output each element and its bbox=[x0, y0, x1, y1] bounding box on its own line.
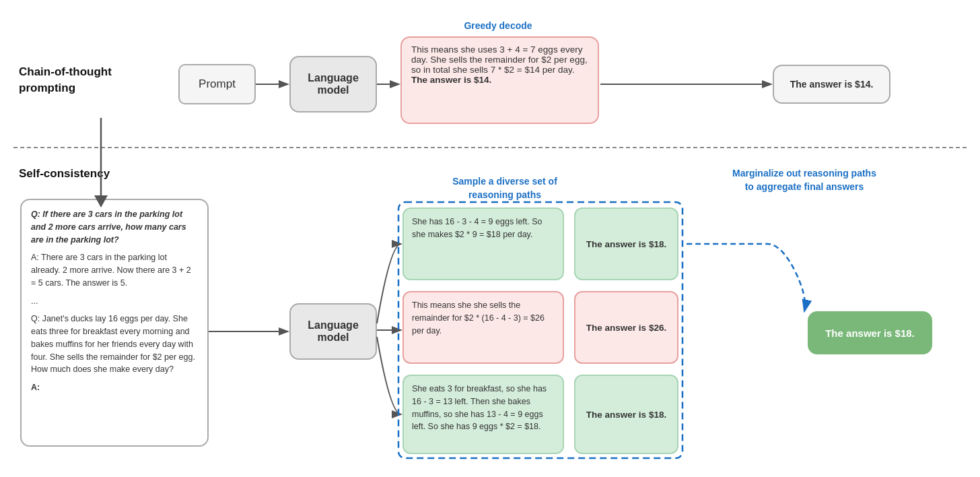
answer3-text: The answer is $18. bbox=[586, 410, 666, 420]
greedy-box: This means she uses 3 + 4 = 7 eggs every… bbox=[400, 36, 599, 124]
reasoning3-text: She eats 3 for breakfast, so she has 16 … bbox=[412, 384, 547, 431]
language-model-2: Language model bbox=[289, 303, 377, 360]
q2-text: Q: Janet's ducks lay 16 eggs per day. Sh… bbox=[31, 313, 198, 376]
answer-box-3: The answer is $18. bbox=[574, 375, 678, 454]
a2-text: A: bbox=[31, 381, 198, 394]
reasoning1-text: She has 16 - 3 - 4 = 9 eggs left. So she… bbox=[412, 217, 542, 239]
greedy-decode-title: Greedy decode bbox=[417, 20, 579, 31]
sample-label: Sample a diverse set of reasoning paths bbox=[431, 175, 579, 201]
reasoning-box-3: She eats 3 for breakfast, so she has 16 … bbox=[403, 375, 564, 454]
greedy-text: This means she uses 3 + 4 = 7 eggs every… bbox=[411, 44, 588, 75]
final-answer-text: The answer is $18. bbox=[825, 327, 915, 339]
final-answer-box: The answer is $18. bbox=[808, 311, 932, 354]
q1-text: Q: If there are 3 cars in the parking lo… bbox=[31, 210, 186, 245]
dots-text: ... bbox=[31, 295, 198, 308]
reasoning-box-1: She has 16 - 3 - 4 = 9 eggs left. So she… bbox=[403, 208, 564, 280]
language-model-1: Language model bbox=[289, 56, 377, 113]
a1-text: A: There are 3 cars in the parking lot a… bbox=[31, 251, 198, 289]
section2-label: Self-consistency bbox=[19, 167, 140, 181]
answer1-text: The answer is $18. bbox=[586, 239, 666, 249]
lang-model-2-label: Language model bbox=[308, 319, 359, 344]
section1-label: Chain-of-thought prompting bbox=[19, 64, 147, 96]
answer2-text: The answer is $26. bbox=[586, 323, 666, 333]
divider bbox=[13, 147, 967, 148]
prompt-label: Prompt bbox=[199, 77, 236, 91]
greedy-bold: The answer is $14. bbox=[411, 75, 491, 85]
reasoning2-text: This means she she sells the remainder f… bbox=[412, 300, 545, 336]
answer-top-box: The answer is $14. bbox=[773, 65, 890, 104]
prompt-box: Prompt bbox=[178, 64, 256, 104]
reasoning-box-2: This means she she sells the remainder f… bbox=[403, 291, 564, 364]
marginalize-label: Marginalize out reasoning paths to aggre… bbox=[707, 167, 902, 193]
answer-box-1: The answer is $18. bbox=[574, 208, 678, 280]
answer-box-2: The answer is $26. bbox=[574, 291, 678, 364]
lang-model-1-label: Language model bbox=[308, 72, 359, 96]
answer-top-label: The answer is $14. bbox=[790, 79, 874, 90]
prompt-text-box: Q: If there are 3 cars in the parking lo… bbox=[20, 199, 209, 447]
